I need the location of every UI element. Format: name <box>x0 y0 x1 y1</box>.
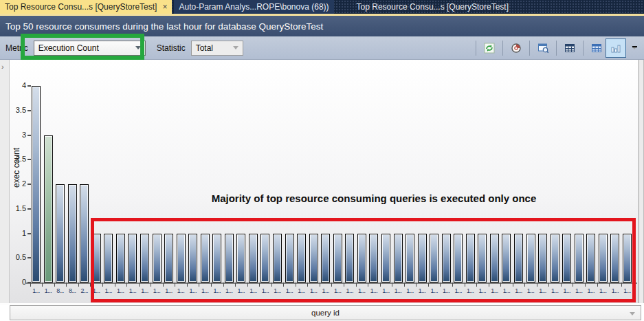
y-tick-label: 2.5 <box>10 155 26 163</box>
query-bar[interactable] <box>56 184 65 283</box>
close-icon[interactable]: × <box>162 3 167 11</box>
chevron-down-icon <box>630 312 635 316</box>
statistic-dropdown[interactable]: Total <box>191 41 243 56</box>
toolbar-separator <box>583 41 584 56</box>
tab-label: Top Resource Consu...s [QueryStoreTest] <box>5 2 157 12</box>
x-tick-mark <box>54 283 55 287</box>
y-tick-mark <box>27 110 31 111</box>
collapsed-panel-splitter[interactable]: › <box>0 60 10 303</box>
page-title: Top 50 resource consumers during the las… <box>5 21 323 32</box>
y-tick-mark <box>27 85 31 87</box>
grid-dark-icon <box>564 43 575 54</box>
query-bar[interactable] <box>32 86 41 283</box>
query-bar[interactable] <box>68 184 77 283</box>
toolbar-separator <box>556 41 557 56</box>
y-tick-label: 1 <box>10 229 26 237</box>
query-store-window: Top Resource Consu...s [QueryStoreTest] … <box>0 0 644 321</box>
refresh-icon <box>484 43 495 54</box>
chart-pane: › exec count Majority of top resource co… <box>0 60 644 303</box>
document-tab-bar: Top Resource Consu...s [QueryStoreTest] … <box>0 0 644 14</box>
y-tick-mark <box>27 208 31 210</box>
y-tick-label: 0 <box>10 278 26 286</box>
chevron-down-icon <box>233 46 238 49</box>
x-tick-mark <box>66 283 67 287</box>
view-query-text-button[interactable] <box>534 39 552 57</box>
y-tick-mark <box>27 159 31 160</box>
grid-light-icon <box>591 43 602 54</box>
red-highlight-box <box>91 218 636 302</box>
x-axis-dimension-value: query id <box>311 309 340 317</box>
vertical-scrollbar[interactable] <box>639 60 644 303</box>
plot-area: exec count Majority of top resource cons… <box>10 60 639 303</box>
query-bar[interactable] <box>44 135 53 283</box>
y-tick-label: 3 <box>10 131 26 139</box>
expand-chevron-icon: › <box>1 63 4 71</box>
tab-label: Auto-Param Analys...ROPE\bonova (68)) <box>179 2 329 12</box>
y-axis-title: exec count <box>12 133 21 202</box>
y-tick-mark <box>27 257 31 258</box>
y-tick-label: 0.5 <box>10 253 26 261</box>
x-axis-dimension-dropdown[interactable]: query id <box>10 305 641 320</box>
annotation-text: Majority of top resource consuming queri… <box>106 192 639 204</box>
grid-view-button[interactable] <box>561 39 579 57</box>
chart-view-button[interactable] <box>606 38 626 58</box>
toolbar-separator <box>502 41 503 56</box>
query-text-icon <box>537 43 549 54</box>
x-tick-mark <box>30 283 31 287</box>
x-tick-mark <box>42 283 43 287</box>
circle-plan-icon <box>511 43 522 54</box>
tab-top-resource-consumers-2[interactable]: Top Resource Consu...s [QueryStoreTest] <box>352 0 513 14</box>
plan-summary-button[interactable] <box>507 39 525 57</box>
y-tick-label: 4 <box>10 81 26 89</box>
x-tick-mark <box>78 283 79 287</box>
y-tick-label: 2 <box>10 179 26 188</box>
query-bar[interactable] <box>80 184 89 283</box>
toolbar-overflow-button[interactable] <box>632 46 637 49</box>
y-tick-mark <box>27 184 31 185</box>
toolbar-button-group <box>471 36 640 59</box>
toolbar-separator <box>529 41 530 56</box>
grid-view-alt-button[interactable] <box>588 39 606 57</box>
y-tick-label: 1.5 <box>10 204 26 212</box>
statistic-label: Statistic <box>157 43 186 53</box>
y-tick-label: 3.5 <box>10 106 26 114</box>
statistic-value: Total <box>196 43 213 53</box>
tab-auto-param-analysis[interactable]: Auto-Param Analys...ROPE\bonova (68)) <box>174 0 333 14</box>
tab-top-resource-consumers-1[interactable]: Top Resource Consu...s [QueryStoreTest] … <box>0 0 172 14</box>
overflow-line <box>632 46 637 47</box>
tab-label: Top Resource Consu...s [QueryStoreTest] <box>357 2 509 12</box>
green-highlight-box <box>21 34 144 60</box>
y-tick-mark <box>27 135 31 136</box>
y-tick-mark <box>27 233 31 234</box>
refresh-button[interactable] <box>480 39 498 57</box>
bar-chart-icon <box>610 43 621 54</box>
toolbar-separator <box>476 41 476 56</box>
